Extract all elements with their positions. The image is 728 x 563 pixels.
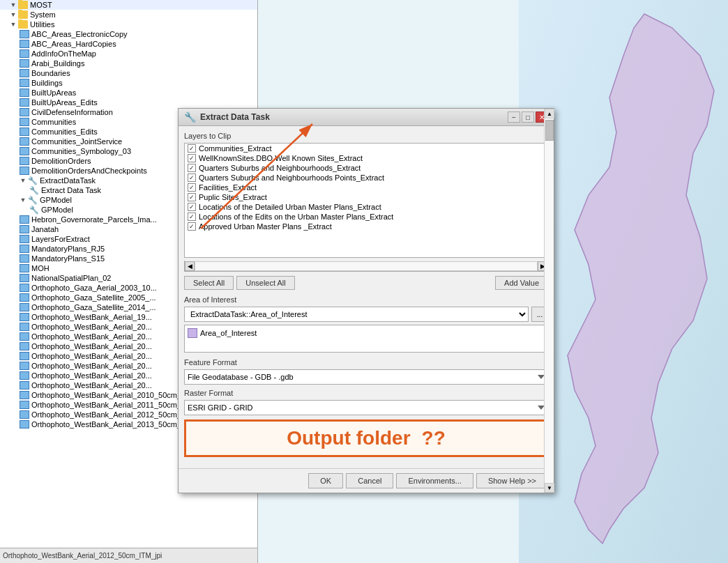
layer-checkbox[interactable] — [188, 154, 196, 162]
environments-button[interactable]: Environments... — [396, 473, 473, 488]
layer-icon — [20, 313, 29, 321]
layer-icon — [20, 128, 29, 136]
layer-icon — [20, 40, 29, 48]
tree-item-label: Arabi_Buildings — [31, 59, 84, 68]
layer-checkbox[interactable] — [188, 144, 196, 153]
layer-checkbox[interactable] — [188, 203, 196, 211]
layer-checkbox[interactable] — [188, 164, 196, 172]
tree-item-label: BuiltUpAreas — [31, 88, 76, 97]
feature-format-dropdown[interactable]: File Geodatabase - GDB - .gdb — [184, 369, 548, 385]
scroll-up-button[interactable]: ▲ — [545, 109, 554, 118]
layer-icon — [20, 49, 29, 58]
layer-icon — [20, 381, 29, 390]
layer-list-item[interactable]: Puplic Sites_Extract — [185, 192, 547, 202]
tree-item-label: Orthophoto_WestBank_Aerial_20... — [31, 381, 152, 390]
left-tree-item[interactable]: ABC_Areas_ElectronicCopy — [0, 29, 257, 39]
action-buttons-row: Select All Unselect All Add Value — [184, 276, 548, 290]
layer-icon — [20, 391, 29, 399]
tree-item-label: Orthophoto_WestBank_Aerial_20... — [31, 323, 152, 331]
layer-list-item-label: WellKnownSites.DBO.Well Known Sites_Extr… — [199, 154, 363, 162]
layer-icon — [20, 274, 29, 282]
layer-icon — [20, 293, 29, 302]
scroll-thumb[interactable] — [545, 120, 554, 141]
left-tree-item[interactable]: AddInfoOnTheMap — [0, 49, 257, 59]
expand-icon: ▼ — [10, 21, 17, 28]
aoi-color-box — [188, 328, 197, 338]
folder-icon — [18, 1, 28, 9]
layer-list-item[interactable]: Communities_Extract — [185, 144, 547, 153]
tree-item-label: Communities_Symbology_03 — [31, 147, 131, 155]
select-all-button[interactable]: Select All — [184, 276, 234, 290]
left-tree-item[interactable]: Buildings — [0, 78, 257, 88]
tree-item-label: Boundaries — [31, 69, 70, 77]
layer-icon — [20, 362, 29, 370]
aoi-dropdown[interactable]: ExtractDataTask::Area_of_Interest — [184, 307, 529, 322]
layer-icon — [20, 245, 29, 253]
restore-button[interactable]: □ — [522, 111, 534, 123]
tree-item-label: ABC_Areas_ElectronicCopy — [31, 30, 128, 38]
layer-checkbox[interactable] — [188, 222, 196, 231]
tree-item-label: MOH — [31, 264, 50, 272]
raster-format-dropdown[interactable]: ESRI GRID - GRID — [184, 400, 548, 415]
left-tree-item[interactable]: BuiltUpAreas_Edits — [0, 98, 257, 107]
add-value-button[interactable]: Add Value — [495, 276, 548, 290]
layer-icon — [20, 59, 29, 68]
layer-list-item[interactable]: Locations of the Detailed Urban Master P… — [185, 202, 547, 212]
minimize-button[interactable]: − — [508, 111, 520, 123]
layer-list-item[interactable]: Quarters Suburbs and Neighbourhoods_Extr… — [185, 163, 547, 173]
left-tree-item[interactable]: Boundaries — [0, 68, 257, 78]
scroll-track[interactable] — [545, 118, 554, 483]
show-help-button[interactable]: Show Help >> — [476, 473, 548, 488]
left-tree-item[interactable]: ABC_Areas_HardCopies — [0, 39, 257, 49]
layer-icon — [20, 332, 29, 341]
layer-icon — [20, 401, 29, 409]
tree-item-label: Orthophoto_WestBank_Aerial_20... — [31, 332, 152, 341]
left-tree-item[interactable]: BuiltUpAreas — [0, 88, 257, 98]
aoi-section-label: Area of Interest — [184, 295, 548, 304]
layer-list-item[interactable]: Locations of the Edits on the Urban Mast… — [185, 212, 547, 222]
layer-list-item[interactable]: Approved Urban Master Plans _Extract — [185, 222, 547, 231]
layer-icon — [20, 342, 29, 350]
hscroll-track[interactable] — [195, 261, 538, 271]
hscroll-container: ◀ ▶ — [184, 261, 548, 272]
tree-item-label: Orthophoto_WestBank_Aerial_20... — [31, 342, 152, 350]
aoi-item: Area_of_Interest — [188, 328, 545, 338]
layers-list[interactable]: Communities_Extract WellKnownSites.DBO.W… — [184, 143, 548, 258]
unselect-all-button[interactable]: Unselect All — [236, 276, 294, 290]
tree-item-label: Orthophoto_WestBank_Aerial_20... — [31, 352, 152, 360]
output-folder-text: Output folder — [287, 427, 410, 449]
ok-button[interactable]: OK — [308, 473, 343, 488]
extract-data-dialog: 🔧 Extract Data Task − □ ✕ Layers to Clip… — [178, 108, 554, 493]
tree-item-label: Orthophoto_Gaza_Satellite_2014_... — [31, 303, 156, 311]
tree-item-label: Communities_Edits — [31, 128, 98, 136]
left-tree-item[interactable]: ▼ MOST — [0, 0, 257, 10]
feature-format-label: Feature Format — [184, 358, 548, 367]
tree-item-label: Orthophoto_Gaza_Satellite_2005_... — [31, 293, 156, 302]
layer-list-item-label: Locations of the Detailed Urban Master P… — [199, 203, 381, 211]
layer-checkbox[interactable] — [188, 213, 196, 221]
layer-list-item[interactable]: WellKnownSites.DBO.Well Known Sites_Extr… — [185, 153, 547, 163]
layer-list-item[interactable]: Facilities_Extract — [185, 183, 547, 192]
layer-checkbox[interactable] — [188, 173, 196, 182]
tree-item-label: ExtractDataTask — [40, 176, 96, 185]
layer-list-item[interactable]: Quarters Suburbs and Neighbourhoods Poin… — [185, 173, 547, 183]
hscroll-left-button[interactable]: ◀ — [185, 261, 195, 271]
expand-icon: ▼ — [20, 196, 26, 203]
tree-item-label: DemolitionOrdersAndCheckpoints — [31, 167, 147, 175]
aoi-item-container: Area_of_Interest — [184, 325, 548, 353]
scroll-down-button[interactable]: ▼ — [545, 483, 554, 493]
tool-icon: 🔧 — [28, 176, 38, 185]
layer-checkbox[interactable] — [188, 183, 196, 192]
tree-item-label: Orthophoto_WestBank_Aerial_20... — [31, 371, 152, 380]
left-tree-item[interactable]: Arabi_Buildings — [0, 59, 257, 68]
layer-list-item-label: Quarters Suburbs and Neighbourhoods Poin… — [199, 173, 384, 182]
tree-item-label: CivilDefenseInformation — [31, 108, 113, 116]
left-tree-item[interactable]: ▼ Utilities — [0, 20, 257, 29]
layer-icon — [20, 118, 29, 126]
left-tree-item[interactable]: ▼ System — [0, 10, 257, 20]
tree-item-label: GPModel — [41, 206, 73, 214]
cancel-button[interactable]: Cancel — [346, 473, 393, 488]
status-bar: Orthophoto_WestBank_Aerial_2012_50cm_ITM… — [0, 548, 258, 563]
layer-checkbox[interactable] — [188, 193, 196, 201]
tree-item-label: Extract Data Task — [41, 186, 101, 194]
